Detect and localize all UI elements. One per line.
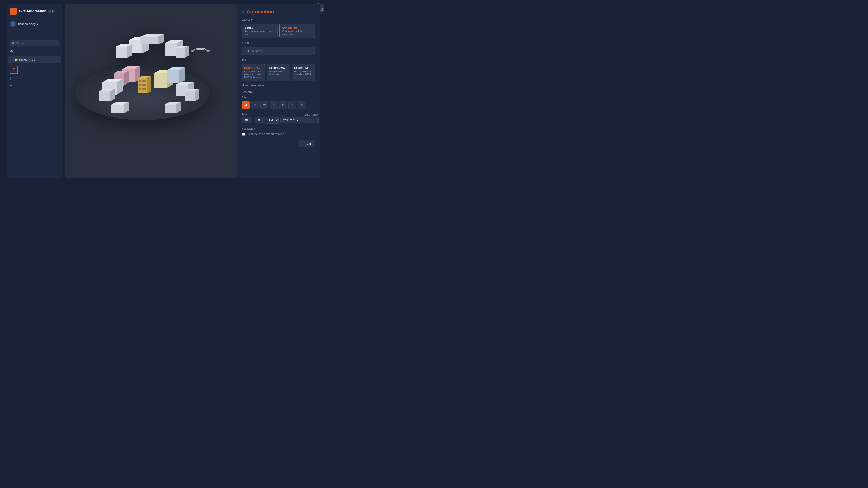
- svg-rect-33: [142, 80, 144, 82]
- panel-title: Automation: [247, 9, 274, 15]
- execution-label: Execution: [242, 18, 315, 21]
- more-coming-label: More coming soon...: [242, 84, 315, 87]
- day-button-sun[interactable]: S: [298, 101, 306, 109]
- day-button-fri[interactable]: F: [279, 101, 287, 109]
- time-separator: :: [253, 119, 254, 122]
- svg-marker-56: [165, 104, 176, 113]
- export-nwc-desc: Export NWCs for views that contain NWC i…: [244, 70, 262, 79]
- email-checkbox-label: Email me about this automation: [247, 133, 284, 136]
- date-range-label: Date Range: [280, 113, 319, 116]
- nav-label-c: C: [10, 85, 12, 88]
- execution-options: Single Run the automation one time. Sche…: [242, 24, 315, 38]
- task-options: Export NWC Export NWCs for views that co…: [242, 64, 315, 81]
- time-label: Time: [242, 113, 279, 116]
- app-title: BIM Automation: [19, 9, 46, 13]
- chevron-icon: ›: [10, 33, 14, 37]
- export-pdf-title: Export PDF: [294, 66, 313, 69]
- svg-rect-32: [139, 80, 141, 82]
- task-label: Task: [242, 59, 315, 62]
- app-logo: SE: [10, 7, 17, 15]
- file-item-project-files[interactable]: › 📁 Project Files: [8, 56, 61, 63]
- svg-marker-50: [185, 91, 195, 101]
- add-button[interactable]: + Add: [299, 140, 315, 148]
- date-range-section: Date Range: [280, 113, 319, 124]
- time-inputs: : AM PM: [242, 117, 279, 124]
- time-minute-input[interactable]: [255, 117, 265, 124]
- day-button-mon[interactable]: M: [242, 101, 250, 109]
- day-button-thu[interactable]: T: [270, 101, 278, 109]
- ampm-select[interactable]: AM PM: [266, 117, 279, 124]
- svg-rect-35: [139, 84, 141, 86]
- single-desc: Run the automation one time.: [245, 30, 275, 35]
- panel-header: × Automation: [242, 9, 315, 15]
- svg-point-62: [190, 50, 195, 52]
- schedule-label: Schedule: [242, 91, 315, 94]
- search-container: 🔍: [7, 39, 62, 48]
- help-icon[interactable]: ?: [57, 9, 59, 13]
- scheduled-title: Scheduled: [282, 26, 312, 29]
- svg-rect-36: [142, 84, 144, 86]
- close-button[interactable]: ×: [242, 9, 244, 14]
- day-button-sat[interactable]: S: [288, 101, 297, 109]
- export-dwg-title: Export DWG: [269, 66, 288, 69]
- beta-badge: Beta: [48, 9, 55, 13]
- svg-rect-40: [145, 88, 146, 90]
- sidebar-nav: › 🔍 🔍 › 📁 Project Files Z 1: [7, 30, 62, 92]
- notification-label: Notification: [242, 127, 315, 130]
- svg-marker-23: [154, 73, 167, 88]
- search-input[interactable]: [17, 42, 57, 45]
- days-container: M T W T F S S: [242, 101, 315, 109]
- svg-marker-5: [116, 47, 127, 58]
- sidebar-header: SE BIM Automation Beta ?: [7, 4, 62, 18]
- email-checkbox[interactable]: [242, 133, 245, 136]
- nav-item-c[interactable]: C: [7, 83, 62, 90]
- svg-rect-37: [145, 84, 146, 86]
- file-label: Project Files: [19, 58, 35, 61]
- svg-marker-53: [111, 104, 124, 113]
- automation-panel: × Automation Execution Single Run the au…: [237, 4, 319, 178]
- left-tab[interactable]: LEFT: [320, 4, 324, 12]
- time-hour-input[interactable]: [242, 117, 252, 124]
- nav-label-1: 1: [10, 77, 11, 81]
- sidebar-user: 👤 flanderos.seglc: [7, 18, 62, 30]
- single-title: Single: [245, 26, 275, 29]
- nav-item-search[interactable]: 🔍: [7, 48, 62, 55]
- export-nwc-title: Export NWC: [244, 66, 262, 69]
- single-execution-button[interactable]: Single Run the automation one time.: [242, 24, 278, 38]
- time-range-row: Time : AM PM Date Range: [242, 113, 315, 124]
- scheduled-execution-button[interactable]: Scheduled Create a scheduled automation.: [279, 24, 315, 38]
- date-range-input[interactable]: [280, 117, 319, 124]
- svg-rect-34: [145, 80, 146, 82]
- sidebar: SE BIM Automation Beta ? 👤 flanderos.seg…: [7, 4, 62, 178]
- export-pdf-button[interactable]: Export PDF Export sheets into a combined…: [292, 64, 315, 81]
- export-nwc-button[interactable]: Export NWC Export NWCs for views that co…: [242, 64, 265, 81]
- export-dwg-button[interactable]: Export DWG Export sheets to DWG files.: [267, 64, 290, 81]
- svg-marker-11: [165, 43, 177, 56]
- svg-marker-44: [99, 91, 110, 101]
- add-button-container: + Add: [242, 140, 315, 148]
- days-label: Days: [242, 96, 315, 99]
- name-input[interactable]: [242, 47, 315, 55]
- search-icon: 🔍: [12, 42, 16, 45]
- notification-section: Notification Email me about this automat…: [242, 127, 315, 136]
- day-button-tue[interactable]: T: [251, 101, 259, 109]
- scene-container: [65, 4, 237, 178]
- nav-item-1[interactable]: 1: [7, 76, 62, 83]
- svg-rect-39: [142, 88, 144, 90]
- export-pdf-desc: Export sheets into a combined PDF set.: [294, 70, 313, 79]
- name-label: Name: [242, 41, 315, 44]
- svg-marker-30: [147, 76, 151, 93]
- chevron-file-icon: ›: [11, 58, 12, 61]
- nav-item-chevron[interactable]: ›: [7, 32, 62, 39]
- username: flanderos.seglc: [18, 22, 38, 26]
- z-button[interactable]: Z: [10, 66, 18, 74]
- svg-marker-26: [167, 70, 179, 84]
- folder-icon: 📁: [14, 58, 18, 61]
- svg-marker-8: [140, 37, 158, 44]
- day-button-wed[interactable]: W: [260, 101, 269, 109]
- user-avatar: 👤: [10, 21, 16, 27]
- z-nav-container: Z: [7, 64, 62, 76]
- export-dwg-desc: Export sheets to DWG files.: [269, 70, 288, 76]
- svg-rect-38: [139, 88, 141, 90]
- svg-point-59: [196, 48, 205, 50]
